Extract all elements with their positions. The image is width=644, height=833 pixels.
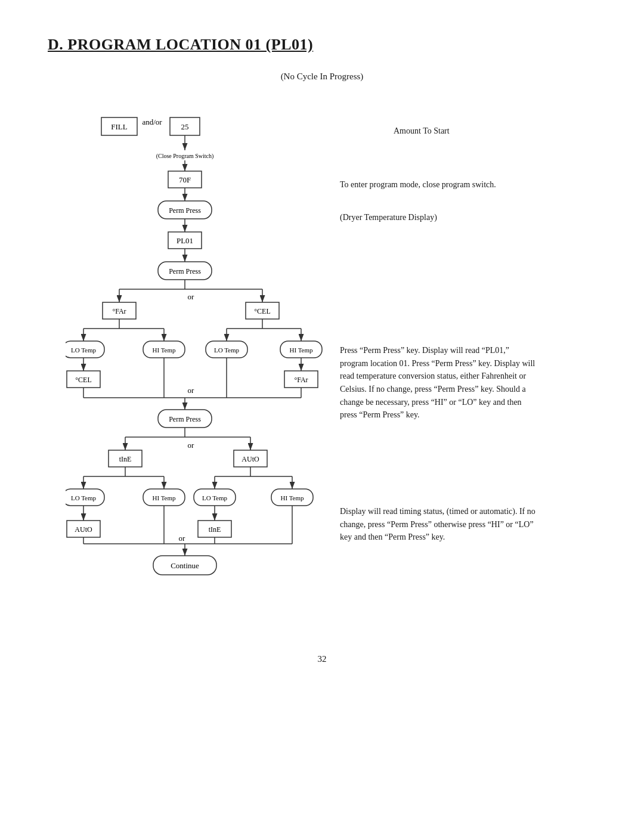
far-left-label: °FAr: [112, 307, 126, 315]
close-program-label: To enter program mode, close program swi…: [340, 180, 596, 190]
far-right-label: °FAr: [294, 376, 308, 384]
or-2-label: or: [188, 386, 195, 395]
lo-temp-4-label: LO Temp: [202, 494, 228, 501]
page-title: D. PROGRAM LOCATION 01 (PL01): [48, 36, 596, 54]
amount-to-start-label: Amount To Start: [394, 126, 596, 136]
lo-temp-2-label: LO Temp: [214, 346, 240, 354]
andor-label: and/or: [142, 117, 162, 126]
auto-label: AUtO: [242, 455, 259, 463]
pl01-label: PL01: [177, 236, 193, 245]
dryer-temp-label: (Dryer Temperature Display): [340, 213, 543, 222]
lo-temp-1-label: LO Temp: [71, 346, 97, 354]
fill-label: FILL: [111, 122, 128, 131]
continue-label: Continue: [171, 561, 199, 570]
hi-temp-4-label: HI Temp: [280, 494, 304, 501]
or-3-label: or: [188, 441, 195, 450]
perm-press-2-label: Perm Press: [169, 267, 201, 275]
lo-temp-3-label: LO Temp: [71, 494, 97, 501]
hi-temp-2-label: HI Temp: [289, 346, 313, 354]
page-number: 32: [48, 654, 596, 664]
tine-right-label: tInE: [209, 525, 221, 534]
hi-temp-1-label: HI Temp: [152, 346, 176, 354]
or-4-label: or: [179, 534, 186, 543]
25-label: 25: [181, 122, 189, 131]
close-switch-label: (Close Program Switch): [156, 153, 214, 160]
perm-press-desc: Press “Perm Press” key. Display will rea…: [340, 344, 537, 422]
perm-press-3-label: Perm Press: [169, 415, 201, 423]
70f-label: 70F: [179, 175, 191, 184]
hi-temp-3-label: HI Temp: [152, 494, 176, 501]
auto-left-label: AUtO: [75, 525, 92, 534]
cel-left-label: °CEL: [75, 376, 91, 384]
subtitle: (No Cycle In Progress): [48, 72, 596, 82]
timing-status-desc: Display will read timing status, (timed …: [340, 505, 537, 544]
or-1-label: or: [188, 292, 195, 301]
perm-press-1-label: Perm Press: [169, 206, 201, 215]
cel-right-label: °CEL: [254, 307, 270, 315]
tine-label: tInE: [119, 455, 132, 463]
